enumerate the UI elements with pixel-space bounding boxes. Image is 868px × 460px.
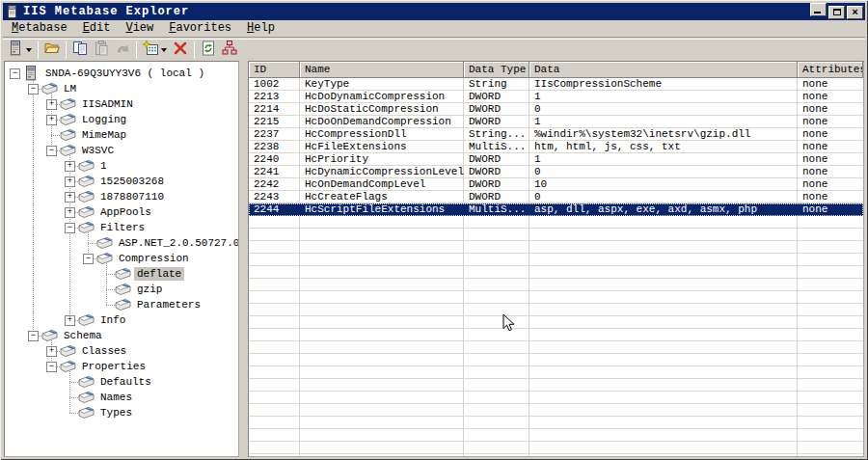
maximize-button[interactable]	[828, 6, 845, 19]
list-header: IDNameData TypeDataAttributes	[249, 62, 863, 78]
table-row[interactable]: 2237HcCompressionDllString...%windir%\sy…	[249, 128, 863, 141]
minimize-button[interactable]	[810, 3, 827, 16]
tree-item-1[interactable]: +1	[5, 158, 238, 174]
key-icon	[78, 375, 95, 389]
tree-expander-expand-icon[interactable]: +	[65, 176, 75, 187]
pane-splitter[interactable]	[239, 61, 248, 457]
key-icon	[78, 221, 95, 234]
column-header-attributes[interactable]: Attributes	[798, 62, 863, 78]
table-row[interactable]: 2238HcFileExtensionsMultiS...htm, html, …	[249, 141, 863, 153]
tree-item-filters[interactable]: −Filters	[5, 220, 238, 235]
cell-data: %windir%\system32\inetsrv\gzip.dll	[529, 128, 798, 141]
key-icon	[96, 236, 113, 250]
tree-view-button[interactable]	[219, 40, 240, 61]
cell-name: KeyType	[300, 78, 464, 91]
table-row[interactable]: 1002KeyTypeStringIIsCompressionSchemenon…	[249, 78, 863, 91]
tree-expander-expand-icon[interactable]: +	[65, 207, 75, 218]
tree-item-deflate[interactable]: deflate	[5, 266, 238, 282]
table-row[interactable]: 2243HcCreateFlagsDWORD0none	[249, 191, 863, 203]
tree-expander-expand-icon[interactable]: +	[46, 346, 57, 357]
column-header-data[interactable]: Data	[529, 62, 798, 78]
menu-edit[interactable]: Edit	[75, 20, 119, 37]
menu-help[interactable]: Help	[239, 20, 283, 37]
cell-name: HcFileExtensions	[300, 141, 464, 153]
tree-item-asp-net-2-0-50727-0[interactable]: ASP.NET_2.0.50727.0	[5, 235, 238, 251]
tree-item-defaults[interactable]: Defaults	[5, 374, 238, 390]
open-button[interactable]	[41, 40, 63, 61]
window-title: IIS Metabase Explorer	[23, 5, 808, 18]
table-row[interactable]: 2241HcDynamicCompressionLevelDWORD0none	[249, 166, 863, 178]
delete-button[interactable]	[170, 40, 191, 61]
key-icon	[41, 329, 58, 342]
table-row[interactable]: 2244HcScriptFileExtensionsMultiS...asp, …	[249, 203, 863, 216]
tree-expander-collapse-icon[interactable]: −	[28, 84, 39, 95]
tree-expander-collapse-icon[interactable]: −	[46, 362, 57, 372]
tree-item-names[interactable]: Names	[5, 390, 238, 405]
maximize-icon	[833, 9, 841, 15]
table-row[interactable]: 2242HcOnDemandCompLevelDWORD10none	[249, 178, 863, 191]
tree-expander-collapse-icon[interactable]: −	[46, 146, 57, 156]
refresh-icon	[201, 41, 216, 61]
tree-item-lm[interactable]: −LM	[5, 81, 238, 96]
close-icon: ×	[852, 8, 858, 17]
cell-id: 1002	[249, 78, 300, 91]
menu-favorites[interactable]: Favorites	[161, 20, 239, 37]
dropdown-arrow-icon[interactable]	[161, 48, 167, 52]
tree-expander-expand-icon[interactable]: +	[65, 161, 75, 172]
tree-item-info[interactable]: +Info	[5, 312, 238, 328]
tree-item-iisadmin[interactable]: +IISADMIN	[5, 96, 238, 112]
menu-view[interactable]: View	[118, 20, 161, 37]
tree-expander-expand-icon[interactable]: +	[65, 192, 75, 203]
table-row[interactable]: 2213HcDoDynamicCompressionDWORD1none	[249, 91, 863, 103]
connect-server-button[interactable]	[5, 40, 35, 61]
cell-attributes: none	[798, 116, 863, 128]
tree-item-1525003268[interactable]: +1525003268	[5, 174, 238, 189]
tree-item-classes[interactable]: +Classes	[5, 343, 238, 359]
column-header-data-type[interactable]: Data Type	[464, 62, 529, 78]
table-row[interactable]: 2215HcDoOnDemandCompressionDWORD1none	[249, 116, 863, 128]
cell-name: HcPriority	[300, 153, 464, 166]
cell-data: 1	[529, 91, 798, 103]
tree-expander-collapse-icon[interactable]: −	[28, 331, 39, 341]
table-row[interactable]: 2240HcPriorityDWORD1none	[249, 153, 863, 166]
undo-icon	[115, 41, 130, 61]
dropdown-arrow-icon[interactable]	[26, 48, 32, 52]
tree-expander-collapse-icon[interactable]: −	[10, 68, 20, 79]
tree-item-w3svc[interactable]: −W3SVC	[5, 143, 238, 158]
cell-data: htm, html, js, css, txt	[529, 141, 798, 153]
titlebar: IIS Metabase Explorer ×	[3, 3, 865, 20]
table-row[interactable]: 2214HcDoStaticCompressionDWORD0none	[249, 103, 863, 116]
copy-button[interactable]	[69, 40, 91, 61]
tree-item-logging[interactable]: +Logging	[5, 112, 238, 127]
refresh-button[interactable]	[198, 40, 219, 61]
tree-item-label: 1	[97, 159, 110, 173]
tree-expander-expand-icon[interactable]: +	[46, 99, 57, 110]
tree-item-mimemap[interactable]: MimeMap	[5, 127, 238, 143]
tree-item-snda-69q3uyy3v6-local[interactable]: −SNDA-69Q3UYY3V6 ( local )	[5, 66, 238, 81]
tree-expander-expand-icon[interactable]: +	[65, 315, 75, 326]
close-button[interactable]: ×	[847, 6, 863, 19]
cell-data-type: String	[464, 78, 529, 91]
tree-item-1878807110[interactable]: +1878807110	[5, 189, 238, 204]
toolbar-separator	[194, 41, 195, 59]
key-icon	[60, 344, 76, 358]
tree-expander-collapse-icon[interactable]: −	[65, 223, 75, 233]
menu-metabase[interactable]: Metabase	[4, 20, 75, 37]
tree-item-label: Classes	[79, 344, 129, 358]
new-key-button[interactable]	[140, 40, 170, 61]
tree-item-schema[interactable]: −Schema	[5, 328, 238, 343]
tree-expander-expand-icon[interactable]: +	[46, 115, 57, 125]
tree-item-properties[interactable]: −Properties	[5, 359, 238, 374]
tree-item-label: W3SVC	[79, 144, 117, 157]
tree-expander-collapse-icon[interactable]: −	[83, 254, 94, 264]
column-header-id[interactable]: ID	[249, 62, 300, 78]
tree-item-label: gzip	[134, 283, 165, 296]
key-icon	[60, 113, 76, 126]
tree-item-gzip[interactable]: gzip	[5, 282, 238, 297]
cell-name: HcCreateFlags	[300, 191, 464, 203]
tree-item-compression[interactable]: −Compression	[5, 251, 238, 266]
tree-item-apppools[interactable]: +AppPools	[5, 204, 238, 220]
tree-item-types[interactable]: Types	[5, 405, 238, 420]
tree-item-parameters[interactable]: Parameters	[5, 297, 238, 312]
column-header-name[interactable]: Name	[300, 62, 464, 78]
